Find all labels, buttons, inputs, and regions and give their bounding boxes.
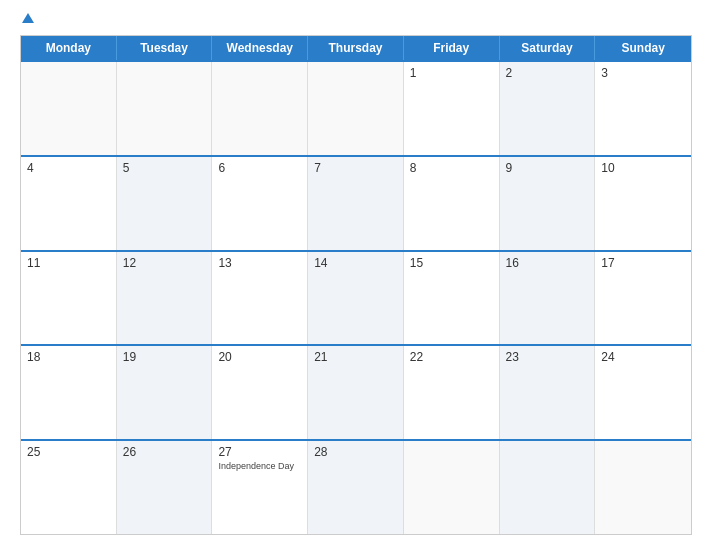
calendar-week-row: 123 <box>21 60 691 155</box>
calendar-header-cell: Thursday <box>308 36 404 60</box>
calendar-day-cell: 2 <box>500 62 596 155</box>
day-number: 12 <box>123 256 136 270</box>
calendar-day-cell: 16 <box>500 252 596 345</box>
day-number: 20 <box>218 350 231 364</box>
calendar-day-cell <box>21 62 117 155</box>
calendar-day-cell: 3 <box>595 62 691 155</box>
day-number: 25 <box>27 445 40 459</box>
calendar-week-row: 252627Independence Day28 <box>21 439 691 534</box>
calendar-day-cell: 4 <box>21 157 117 250</box>
calendar-day-cell <box>500 441 596 534</box>
day-number: 7 <box>314 161 321 175</box>
calendar-header-cell: Tuesday <box>117 36 213 60</box>
day-number: 5 <box>123 161 130 175</box>
calendar-header-cell: Monday <box>21 36 117 60</box>
day-number: 15 <box>410 256 423 270</box>
day-number: 26 <box>123 445 136 459</box>
calendar-day-cell: 27Independence Day <box>212 441 308 534</box>
calendar-page: MondayTuesdayWednesdayThursdayFridaySatu… <box>0 0 712 550</box>
day-number: 14 <box>314 256 327 270</box>
calendar-day-cell: 21 <box>308 346 404 439</box>
calendar-header-cell: Sunday <box>595 36 691 60</box>
calendar-week-row: 45678910 <box>21 155 691 250</box>
calendar-header-cell: Friday <box>404 36 500 60</box>
calendar-day-cell: 25 <box>21 441 117 534</box>
calendar-day-cell: 26 <box>117 441 213 534</box>
calendar-day-cell: 7 <box>308 157 404 250</box>
day-number: 21 <box>314 350 327 364</box>
day-number: 8 <box>410 161 417 175</box>
day-number: 9 <box>506 161 513 175</box>
day-number: 1 <box>410 66 417 80</box>
calendar-day-cell: 11 <box>21 252 117 345</box>
calendar-day-cell: 6 <box>212 157 308 250</box>
calendar-day-cell <box>404 441 500 534</box>
day-number: 13 <box>218 256 231 270</box>
calendar-day-cell: 17 <box>595 252 691 345</box>
calendar-header-cell: Wednesday <box>212 36 308 60</box>
day-number: 2 <box>506 66 513 80</box>
day-number: 18 <box>27 350 40 364</box>
calendar-day-cell <box>212 62 308 155</box>
calendar-day-cell: 28 <box>308 441 404 534</box>
calendar-grid: MondayTuesdayWednesdayThursdayFridaySatu… <box>20 35 692 535</box>
calendar-day-cell: 12 <box>117 252 213 345</box>
calendar-day-cell <box>117 62 213 155</box>
calendar-day-cell: 15 <box>404 252 500 345</box>
day-number: 22 <box>410 350 423 364</box>
calendar-day-cell: 20 <box>212 346 308 439</box>
logo <box>20 15 34 25</box>
calendar-day-cell <box>595 441 691 534</box>
calendar-header-cell: Saturday <box>500 36 596 60</box>
day-number: 28 <box>314 445 327 459</box>
day-number: 6 <box>218 161 225 175</box>
day-number: 24 <box>601 350 614 364</box>
calendar-header-row: MondayTuesdayWednesdayThursdayFridaySatu… <box>21 36 691 60</box>
day-number: 10 <box>601 161 614 175</box>
calendar-day-cell: 9 <box>500 157 596 250</box>
calendar-body: 1234567891011121314151617181920212223242… <box>21 60 691 534</box>
calendar-day-cell: 5 <box>117 157 213 250</box>
day-number: 19 <box>123 350 136 364</box>
calendar-day-cell: 19 <box>117 346 213 439</box>
page-header <box>20 15 692 25</box>
calendar-week-row: 11121314151617 <box>21 250 691 345</box>
calendar-day-cell: 8 <box>404 157 500 250</box>
calendar-day-cell: 14 <box>308 252 404 345</box>
calendar-week-row: 18192021222324 <box>21 344 691 439</box>
calendar-day-cell: 24 <box>595 346 691 439</box>
day-number: 4 <box>27 161 34 175</box>
day-number: 27 <box>218 445 231 459</box>
event-label: Independence Day <box>218 461 301 471</box>
day-number: 16 <box>506 256 519 270</box>
day-number: 17 <box>601 256 614 270</box>
logo-triangle-icon <box>22 13 34 23</box>
calendar-day-cell: 18 <box>21 346 117 439</box>
calendar-day-cell: 1 <box>404 62 500 155</box>
calendar-day-cell: 10 <box>595 157 691 250</box>
calendar-day-cell: 13 <box>212 252 308 345</box>
calendar-day-cell <box>308 62 404 155</box>
calendar-day-cell: 22 <box>404 346 500 439</box>
day-number: 11 <box>27 256 40 270</box>
day-number: 23 <box>506 350 519 364</box>
calendar-day-cell: 23 <box>500 346 596 439</box>
day-number: 3 <box>601 66 608 80</box>
